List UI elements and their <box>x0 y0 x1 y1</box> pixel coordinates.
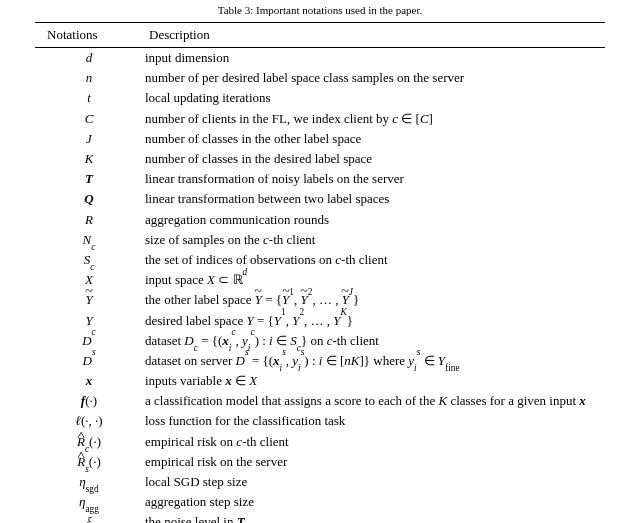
table-row: x inputs variable x ∈ X <box>35 371 605 391</box>
desc-cell: the noise level in T <box>143 512 605 523</box>
desc-cell: local SGD step size <box>143 472 605 492</box>
table-row: Rc(·) empirical risk on c-th client <box>35 432 605 452</box>
table-row: ξ the noise level in T <box>35 512 605 523</box>
desc-cell: input dimension <box>143 48 605 69</box>
table-row: Dc dataset Dc = {(xic, yic) : i ∈ Sc} on… <box>35 331 605 351</box>
notation-cell: x <box>35 371 143 391</box>
notation-cell: f(·) <box>35 391 143 411</box>
table-row: R aggregation communication rounds <box>35 210 605 230</box>
notation-cell: J <box>35 129 143 149</box>
col-header-description: Description <box>143 23 605 48</box>
notation-cell: ℓ(·, ·) <box>35 411 143 431</box>
table-row: X input space X ⊂ ℝd <box>35 270 605 290</box>
notation-cell: R <box>35 210 143 230</box>
table-row: n number of per desired label space clas… <box>35 68 605 88</box>
notation-cell: Dc <box>35 331 143 351</box>
desc-cell: linear transformation between two label … <box>143 189 605 209</box>
table-row: ηagg aggregation step size <box>35 492 605 512</box>
notation-cell: Rs(·) <box>35 452 143 472</box>
notation-cell: Ds <box>35 351 143 371</box>
table-caption: Table 3: Important notations used in the… <box>35 4 605 16</box>
notation-cell: Y <box>35 290 143 310</box>
notation-cell: T <box>35 169 143 189</box>
notation-cell: Q <box>35 189 143 209</box>
notation-cell: Sc <box>35 250 143 270</box>
table-row: Sc the set of indices of observations on… <box>35 250 605 270</box>
desc-cell: aggregation step size <box>143 492 605 512</box>
table-row: Ds dataset on server Ds = {(xis, yis) : … <box>35 351 605 371</box>
col-header-notations: Notations <box>35 23 143 48</box>
table-row: T linear transformation of noisy labels … <box>35 169 605 189</box>
notation-cell: C <box>35 109 143 129</box>
notation-cell: Nc <box>35 230 143 250</box>
table-row: C number of clients in the FL, we index … <box>35 109 605 129</box>
notation-cell: Y <box>35 310 143 330</box>
desc-cell: number of classes in the desired label s… <box>143 149 605 169</box>
table-row: Nc size of samples on the c-th client <box>35 230 605 250</box>
desc-cell: number of classes in the other label spa… <box>143 129 605 149</box>
notation-cell: t <box>35 88 143 108</box>
desc-cell: loss function for the classification tas… <box>143 411 605 431</box>
desc-cell: desired label space Y = {Y1, Y2, … , YK} <box>143 310 605 330</box>
table-row: J number of classes in the other label s… <box>35 129 605 149</box>
desc-cell: empirical risk on c-th client <box>143 432 605 452</box>
table-row: ηsgd local SGD step size <box>35 472 605 492</box>
notation-cell: n <box>35 68 143 88</box>
notation-cell: ηsgd <box>35 472 143 492</box>
desc-cell: dataset on server Ds = {(xis, yis) : i ∈… <box>143 351 605 371</box>
notation-cell: d <box>35 48 143 69</box>
desc-cell: input space X ⊂ ℝd <box>143 270 605 290</box>
desc-cell: number of clients in the FL, we index cl… <box>143 109 605 129</box>
table-row: Q linear transformation between two labe… <box>35 189 605 209</box>
desc-cell: aggregation communication rounds <box>143 210 605 230</box>
table-row: K number of classes in the desired label… <box>35 149 605 169</box>
desc-cell: dataset Dc = {(xic, yic) : i ∈ Sc} on c-… <box>143 331 605 351</box>
table-row: ℓ(·, ·) loss function for the classifica… <box>35 411 605 431</box>
desc-cell: number of per desired label space class … <box>143 68 605 88</box>
desc-cell: the other label space Y = {Y1, Y2, … , Y… <box>143 290 605 310</box>
desc-cell: linear transformation of noisy labels on… <box>143 169 605 189</box>
table-row: Rs(·) empirical risk on the server <box>35 452 605 472</box>
notation-cell: ηagg <box>35 492 143 512</box>
notations-table: Notations Description d input dimension … <box>35 22 605 523</box>
table-row: Y desired label space Y = {Y1, Y2, … , Y… <box>35 310 605 330</box>
table-row: t local updating iterations <box>35 88 605 108</box>
desc-cell: local updating iterations <box>143 88 605 108</box>
table-row: f(·) a classification model that assigns… <box>35 391 605 411</box>
table-row: Y the other label space Y = {Y1, Y2, … ,… <box>35 290 605 310</box>
table-header-row: Notations Description <box>35 23 605 48</box>
desc-cell: size of samples on the c-th client <box>143 230 605 250</box>
desc-cell: empirical risk on the server <box>143 452 605 472</box>
desc-cell: inputs variable x ∈ X <box>143 371 605 391</box>
notation-cell: K <box>35 149 143 169</box>
desc-cell: the set of indices of observations on c-… <box>143 250 605 270</box>
desc-cell: a classification model that assigns a sc… <box>143 391 605 411</box>
notation-cell: Rc(·) <box>35 432 143 452</box>
table-row: d input dimension <box>35 48 605 69</box>
